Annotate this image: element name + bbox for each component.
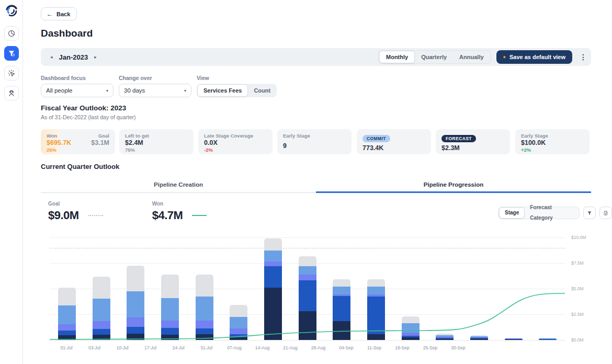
segment-stage-royal-blue (333, 296, 350, 321)
orange-dot-icon: ● (503, 54, 506, 60)
segment-stage-light-blue (333, 287, 350, 294)
filter-icon (7, 49, 16, 58)
segment-stage-light-blue (264, 251, 282, 261)
chart-export-button[interactable] (599, 207, 612, 219)
x-axis-tick-label: 30-Sep (444, 345, 472, 350)
segment-stage-gray (299, 256, 316, 266)
agent-icon (7, 89, 16, 97)
won-stat-value: $4.7M (152, 209, 183, 222)
bar-18-Sep[interactable] (470, 335, 488, 340)
bar-07-Aug[interactable] (264, 238, 282, 340)
segment-stage-periwinkle (196, 321, 213, 329)
view-label: View (197, 75, 277, 81)
back-button[interactable]: ← Back (41, 7, 77, 20)
segment-stage-dark-navy (436, 339, 454, 340)
segment-stage-light-blue (161, 298, 179, 321)
goal-stat-value: $9.0M (48, 209, 79, 222)
segment-stage-dark-navy (299, 311, 316, 340)
x-axis-tick-label: 14-Aug (248, 345, 277, 350)
view-mode-toggle: Services Fees Count (197, 84, 277, 97)
gridline (50, 237, 565, 238)
y-axis-tick-label: $7.5M (571, 260, 603, 266)
filters-row: Dashboard focus All people ▾ Change over… (41, 75, 277, 97)
save-default-view-button[interactable]: ● Save as default view (496, 50, 572, 64)
segment-stage-gray (196, 275, 213, 297)
chart-filter-button[interactable] (583, 207, 596, 219)
breakdown-option-stage[interactable]: Stage (499, 207, 525, 219)
bar-24-Jul[interactable] (196, 275, 213, 340)
chevron-down-icon: ▾ (106, 88, 108, 93)
next-period-icon[interactable]: ▸ (92, 53, 99, 61)
bar-21-Aug[interactable] (333, 279, 350, 340)
bar-10-Jul[interactable] (127, 266, 144, 340)
sidebar-item-pipeline-filter[interactable] (4, 46, 19, 61)
bar-14-Aug[interactable] (299, 256, 316, 340)
view-option-quarterly[interactable]: Quarterly (415, 51, 453, 63)
segment-stage-dark-navy (333, 321, 350, 340)
breakdown-option-forecast-category[interactable]: Forecast Category (525, 202, 579, 223)
segment-stage-light-blue (58, 305, 76, 324)
y-axis-tick-label: $5.0M (571, 286, 603, 291)
file-download-icon (603, 210, 608, 217)
segment-stage-light-blue (93, 299, 110, 321)
segment-stage-dark-navy (470, 339, 488, 340)
sidebar-item-agent[interactable] (4, 86, 19, 100)
segment-stage-gray (402, 316, 420, 323)
view-option-annually[interactable]: Annually (453, 51, 490, 63)
bar-25-Sep[interactable] (505, 338, 523, 340)
segment-stage-royal-blue (196, 328, 213, 334)
more-options-icon[interactable]: ⋮ (576, 51, 587, 63)
segment-stage-gray (333, 279, 350, 287)
segment-stage-periwinkle (161, 321, 179, 328)
sidebar-item-analytics[interactable] (4, 26, 19, 41)
bar-11-Sep[interactable] (436, 334, 454, 340)
y-axis-tick-label: $0.0M (571, 337, 603, 343)
goal-dashed-line (50, 248, 565, 248)
prev-period-icon[interactable]: ◂ (48, 53, 55, 61)
view-option-services-fees[interactable]: Services Fees (197, 84, 248, 97)
chevron-down-icon: ▾ (184, 88, 186, 93)
view-option-count[interactable]: Count (248, 85, 276, 96)
won-stat: Won $4.7M (152, 201, 207, 222)
segment-stage-dark-navy (58, 335, 76, 340)
quarter-stats: Goal $9.0M Won $4.7M (48, 201, 207, 222)
x-axis-tick-label: 28-Aug (304, 345, 333, 350)
bar-31-Jul[interactable] (230, 305, 247, 340)
bar-03-Jul[interactable] (93, 277, 110, 340)
dashboard-focus-select[interactable]: All people ▾ (41, 84, 114, 97)
y-axis-tick-label: $10.0M (571, 235, 603, 240)
segment-stage-royal-blue (299, 280, 316, 311)
bar-30-Sep[interactable] (539, 338, 557, 340)
change-over-group: Change over 30 days ▾ (119, 75, 191, 97)
segment-stage-light-blue (196, 297, 213, 320)
view-group: View Services Fees Count (197, 75, 277, 97)
segment-stage-periwinkle (127, 317, 144, 327)
change-over-select[interactable]: 30 days ▾ (119, 84, 191, 97)
gridline (50, 340, 565, 340)
x-axis-tick-label: 10-Jul (108, 345, 137, 350)
period-label: Jan-2023 (59, 53, 88, 61)
segment-stage-gray (161, 275, 179, 298)
tab-pipeline-progression[interactable]: Pipeline Progression (316, 178, 591, 192)
sidebar-item-engagement[interactable] (4, 66, 19, 81)
x-axis-tick-label: 03-Jul (81, 345, 109, 350)
segment-stage-dark-navy (264, 288, 282, 340)
segment-stage-dark-navy (505, 339, 523, 340)
view-option-monthly[interactable]: Monthly (379, 51, 415, 63)
bar-28-Aug[interactable] (367, 279, 385, 340)
goal-value: $3.1M (91, 139, 109, 147)
breakdown-toggle: Stage Forecast Category (498, 207, 580, 219)
segment-stage-gray (93, 277, 110, 299)
segment-stage-dark-navy (196, 334, 213, 340)
fiscal-outlook-subtitle: As of 31-Dec-2022 (last day of quarter) (41, 114, 136, 120)
view-granularity-toggle: Monthly Quarterly Annually (378, 50, 491, 64)
segment-stage-periwinkle (264, 261, 282, 266)
segment-stage-dark-navy (127, 334, 144, 340)
chart-controls: Stage Forecast Category (498, 207, 612, 219)
change-over-label: Change over (119, 75, 191, 81)
x-axis-tick-label: 21-Aug (276, 345, 304, 350)
bar-01-Jul[interactable] (58, 288, 76, 340)
bar-17-Jul[interactable] (161, 275, 179, 340)
tab-pipeline-creation[interactable]: Pipeline Creation (41, 178, 316, 192)
bar-04-Sep[interactable] (402, 316, 420, 340)
